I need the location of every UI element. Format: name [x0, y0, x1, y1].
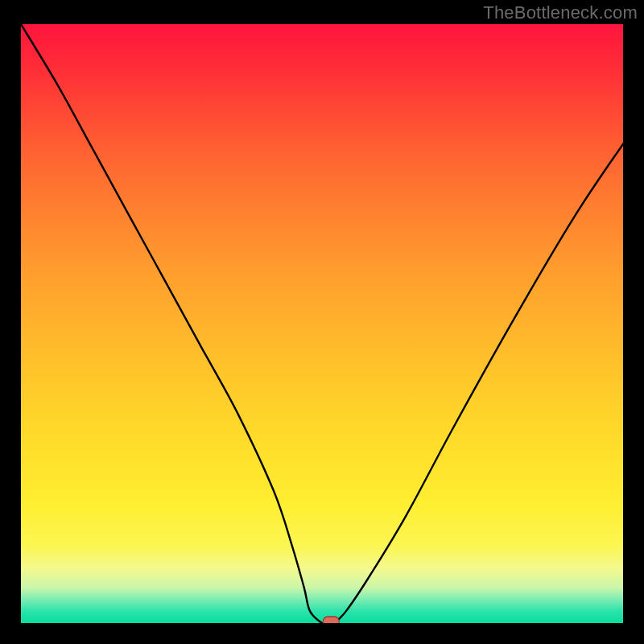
chart-frame: TheBottleneck.com: [0, 0, 644, 644]
plot-area: [21, 24, 623, 623]
watermark-text: TheBottleneck.com: [483, 2, 638, 23]
heat-gradient: [21, 24, 623, 623]
